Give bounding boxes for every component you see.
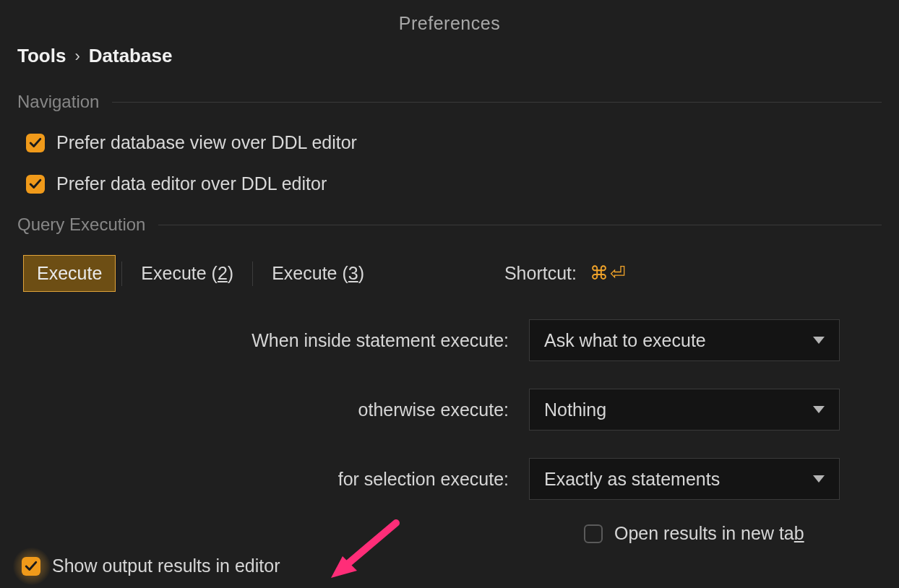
section-navigation-title: Navigation: [17, 92, 99, 112]
execute-tabs: Execute Execute (2) Execute (3) Shortcut…: [23, 255, 882, 292]
section-query-execution-header: Query Execution: [17, 215, 882, 235]
shortcut-display: Shortcut: ⌘⏎: [504, 262, 627, 285]
tab-mnemonic: 2: [218, 263, 228, 283]
select-otherwise[interactable]: Nothing: [529, 389, 840, 431]
divider: [112, 102, 882, 103]
chevron-down-icon: [813, 406, 825, 413]
window-title: Preferences: [0, 0, 899, 41]
breadcrumb-current: Database: [89, 45, 173, 67]
tab-execute-2[interactable]: Execute (2): [128, 256, 246, 291]
select-value: Exactly as statements: [544, 469, 720, 490]
checkbox-icon[interactable]: [22, 557, 40, 576]
section-navigation-header: Navigation: [17, 92, 882, 112]
tab-label-prefix: Execute (: [141, 263, 218, 283]
tab-label-suffix: ): [358, 263, 364, 283]
checkbox-icon[interactable]: [26, 134, 45, 152]
breadcrumb: Tools › Database: [17, 45, 882, 67]
tab-execute-3[interactable]: Execute (3): [259, 256, 377, 291]
checkbox-icon[interactable]: [26, 175, 45, 194]
divider: [158, 225, 882, 225]
tab-label-prefix: Execute (: [272, 263, 348, 283]
option-label: Prefer data editor over DDL editor: [56, 173, 327, 194]
select-value: Ask what to execute: [544, 330, 706, 351]
option-open-results-new-tab[interactable]: Open results in new tab: [584, 523, 882, 544]
option-mnemonic: b: [794, 523, 804, 543]
section-query-execution-title: Query Execution: [17, 215, 145, 235]
tab-execute[interactable]: Execute: [23, 255, 116, 292]
shortcut-label: Shortcut:: [504, 263, 577, 284]
option-show-output-in-editor[interactable]: Show output results in editor: [22, 555, 280, 576]
option-label: Prefer database view over DDL editor: [56, 132, 357, 153]
select-for-selection[interactable]: Exactly as statements: [529, 458, 840, 500]
option-label-prefix: Open results in new ta: [614, 523, 794, 543]
divider: [121, 261, 122, 286]
checkbox-icon[interactable]: [584, 524, 603, 543]
option-label: Show output results in editor: [52, 555, 280, 576]
breadcrumb-separator-icon: ›: [74, 47, 79, 66]
divider: [252, 261, 253, 286]
option-prefer-data-editor[interactable]: Prefer data editor over DDL editor: [26, 173, 882, 194]
tab-mnemonic: 3: [348, 263, 358, 283]
select-value: Nothing: [544, 399, 606, 420]
label-when-inside: When inside statement execute:: [17, 330, 509, 351]
breadcrumb-root[interactable]: Tools: [17, 45, 66, 67]
tab-label-suffix: ): [228, 263, 233, 283]
label-for-selection: for selection execute:: [17, 469, 509, 490]
select-when-inside[interactable]: Ask what to execute: [529, 319, 840, 361]
chevron-down-icon: [813, 475, 825, 483]
shortcut-keys: ⌘⏎: [590, 262, 627, 285]
label-otherwise: otherwise execute:: [17, 399, 509, 420]
option-prefer-db-view[interactable]: Prefer database view over DDL editor: [26, 132, 882, 153]
option-label: Open results in new tab: [614, 523, 804, 544]
chevron-down-icon: [813, 337, 825, 344]
